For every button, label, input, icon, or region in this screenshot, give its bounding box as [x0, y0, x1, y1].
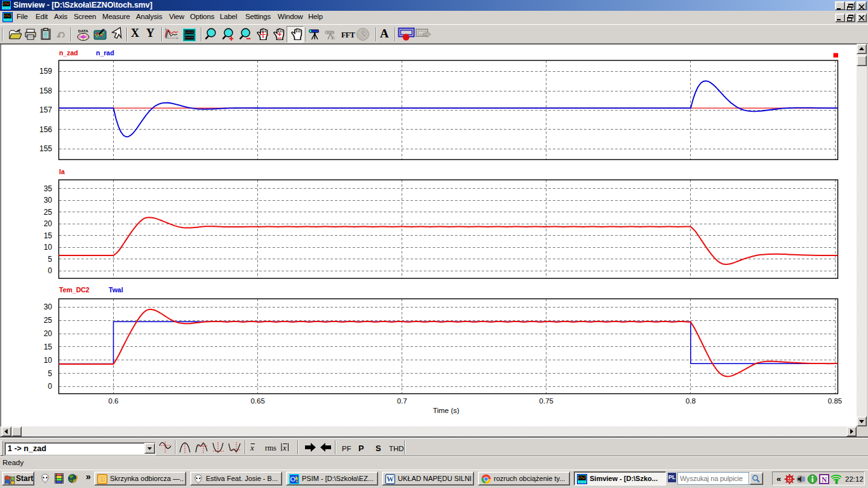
svg-text:20: 20 [44, 219, 53, 228]
svg-text:30: 30 [44, 302, 53, 311]
svg-text:0.6: 0.6 [109, 397, 119, 405]
svg-text:rms: rms [265, 444, 276, 452]
svg-text:5: 5 [48, 369, 52, 378]
svg-text:THD: THD [389, 445, 404, 452]
svg-text:x: x [250, 443, 254, 452]
svg-text:15: 15 [44, 231, 53, 240]
svg-text:35: 35 [44, 184, 53, 193]
svg-text:Time (s): Time (s) [433, 407, 459, 414]
svg-text:N: N [822, 475, 827, 484]
svg-text:20: 20 [44, 329, 53, 338]
svg-text:PF: PF [342, 445, 351, 452]
svg-text:25: 25 [44, 316, 53, 325]
svg-text:W: W [386, 475, 394, 483]
svg-text:10: 10 [44, 356, 53, 365]
svg-text:Tem_DC2: Tem_DC2 [59, 286, 90, 294]
svg-text:157: 157 [39, 105, 52, 114]
svg-text:n_rad: n_rad [96, 49, 114, 57]
svg-text:25: 25 [44, 208, 53, 217]
svg-text:x: x [282, 443, 287, 452]
svg-text:Twal: Twal [109, 286, 123, 294]
svg-text:n_zad: n_zad [59, 49, 78, 57]
svg-text:0: 0 [48, 382, 52, 391]
svg-text:S: S [376, 444, 381, 453]
svg-text:0.75: 0.75 [539, 397, 553, 405]
svg-text:0.7: 0.7 [397, 397, 407, 405]
svg-text:159: 159 [39, 67, 52, 76]
svg-text:5: 5 [48, 255, 52, 264]
svg-text:156: 156 [39, 125, 52, 134]
svg-text:O: O [100, 475, 105, 483]
svg-text:0.8: 0.8 [686, 397, 696, 405]
svg-text:Ia: Ia [59, 168, 65, 175]
svg-text:30: 30 [44, 196, 53, 205]
svg-text:0: 0 [48, 266, 52, 275]
svg-text:15: 15 [44, 342, 53, 351]
svg-text:P: P [358, 444, 364, 453]
svg-text:158: 158 [39, 86, 52, 95]
svg-text:155: 155 [39, 144, 52, 153]
svg-text:0.85: 0.85 [828, 397, 842, 405]
svg-text:0.65: 0.65 [250, 397, 264, 405]
svg-text:10: 10 [44, 243, 53, 252]
